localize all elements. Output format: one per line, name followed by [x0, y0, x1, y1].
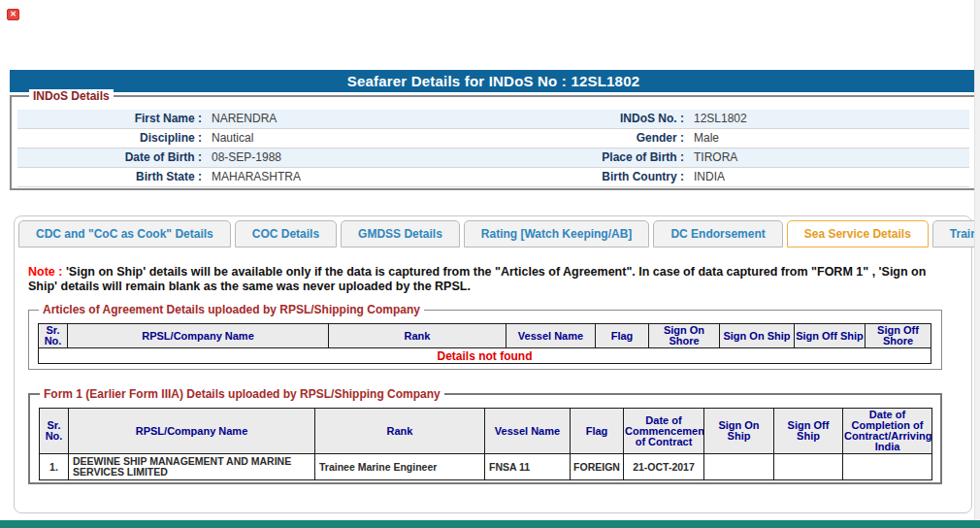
indos-details-fieldset: INDoS Details First Name : NARENDRA INDo… — [10, 95, 977, 190]
first-name-label: First Name : — [17, 110, 202, 128]
col-flag: Flag — [596, 324, 649, 348]
place-of-birth-label: Place of Birth : — [495, 148, 684, 167]
articles-of-agreement-table: Sr. No. RPSL/Company Name Rank Vessel Na… — [38, 323, 931, 364]
tab-gmdss-details[interactable]: GMDSS Details — [341, 220, 460, 248]
tab-sea-service-details[interactable]: Sea Service Details — [787, 220, 929, 248]
tab-training-details[interactable]: Training Details — [932, 220, 980, 248]
cell-sr-no: 1. — [40, 454, 69, 480]
empty-row: Details not found — [39, 348, 931, 364]
table-header-row: Sr. No. RPSL/Company Name Rank Vessel Na… — [39, 324, 931, 348]
articles-of-agreement-fieldset: Articles of Agreement Details uploaded b… — [28, 310, 942, 370]
form1-details-table: Sr. No. RPSL/Company Name Rank Vessel Na… — [39, 408, 932, 480]
tab-dc-endorsement[interactable]: DC Endorsement — [653, 220, 782, 248]
col-sr-no: Sr. No. — [39, 324, 68, 348]
vertical-scrollbar[interactable] — [974, 0, 980, 520]
col-sr-no: Sr. No. — [40, 409, 69, 454]
col-date-of-completion: Date of Completion of Contract/Arriving … — [843, 409, 932, 454]
page-title: Seafarer Details for INDoS No : 12SL1802 — [10, 70, 977, 92]
table-header-row: Sr. No. RPSL/Company Name Rank Vessel Na… — [40, 409, 932, 454]
date-of-birth-label: Date of Birth : — [17, 148, 202, 167]
discipline-label: Discipline : — [17, 129, 202, 148]
col-rpsl-company-name: RPSL/Company Name — [69, 409, 315, 454]
birth-state-value: MAHARASHTRA — [202, 168, 493, 186]
form1-details-legend: Form 1 (Earlier Form IIIA) Details uploa… — [40, 387, 444, 401]
form1-details-fieldset: Form 1 (Earlier Form IIIA) Details uploa… — [28, 393, 942, 484]
articles-of-agreement-legend: Articles of Agreement Details uploaded b… — [39, 303, 424, 316]
col-sign-on-ship: Sign On Ship — [704, 409, 774, 454]
col-date-of-commencement: Date of Commencement of Contract — [624, 409, 704, 454]
col-vessel-name: Vessel Name — [506, 324, 596, 348]
tab-coc-details[interactable]: COC Details — [235, 220, 337, 248]
birth-country-label: Birth Country : — [495, 168, 684, 186]
gender-value: Male — [684, 129, 719, 148]
indos-no-label: INDoS No. : — [495, 110, 684, 128]
broken-image-icon: ✕ — [7, 9, 19, 20]
sign-on-ship-note: Note : 'Sign on Ship' details will be av… — [28, 265, 958, 294]
tab-content-panel: CDC and "CoC as Cook" Details COC Detail… — [14, 215, 972, 513]
date-of-birth-value: 08-SEP-1988 — [202, 148, 493, 167]
col-rpsl-company-name: RPSL/Company Name — [68, 324, 329, 348]
place-of-birth-value: TIRORA — [684, 148, 737, 167]
indos-row-discipline: Discipline : Nautical Gender : Male — [17, 129, 969, 148]
first-name-value: NARENDRA — [202, 110, 493, 128]
cell-vessel-name: FNSA 11 — [485, 454, 571, 480]
note-prefix: Note : — [28, 265, 66, 279]
col-rank: Rank — [315, 409, 485, 454]
table-row: 1. DEEWINE SHIP MANAGEMENT AND MARINE SE… — [40, 454, 932, 480]
details-not-found-message: Details not found — [39, 348, 931, 364]
cell-date-of-completion — [843, 454, 932, 480]
col-sign-on-shore: Sign On Shore — [649, 324, 720, 348]
col-sign-on-ship: Sign On Ship — [720, 324, 795, 348]
col-sign-off-shore: Sign Off Shore — [866, 324, 931, 348]
note-text: 'Sign on Ship' details will be available… — [28, 265, 926, 293]
cell-company: DEEWINE SHIP MANAGEMENT AND MARINE SERVI… — [69, 454, 315, 480]
cell-flag: FOREIGN — [571, 454, 624, 480]
cell-sign-on-ship — [704, 454, 774, 480]
indos-details-legend: INDoS Details — [29, 89, 114, 103]
tab-bar: CDC and "CoC as Cook" Details COC Detail… — [18, 220, 980, 248]
birth-country-value: INDIA — [684, 168, 725, 186]
col-sign-off-ship: Sign Off Ship — [774, 409, 843, 454]
col-flag: Flag — [571, 409, 624, 454]
cell-sign-off-ship — [774, 454, 843, 480]
discipline-value: Nautical — [202, 129, 493, 148]
birth-state-label: Birth State : — [17, 168, 202, 186]
indos-details-rows: First Name : NARENDRA INDoS No. : 12SL18… — [17, 110, 969, 187]
col-rank: Rank — [329, 324, 506, 348]
col-vessel-name: Vessel Name — [485, 409, 571, 454]
bottom-teal-bar — [0, 520, 980, 528]
indos-row-birth: Date of Birth : 08-SEP-1988 Place of Bir… — [17, 148, 969, 168]
gender-label: Gender : — [495, 129, 684, 148]
tab-cdc-coc-as-cook-details[interactable]: CDC and "CoC as Cook" Details — [18, 220, 231, 248]
indos-row-state: Birth State : MAHARASHTRA Birth Country … — [17, 168, 969, 187]
tab-rating-watch-keeping-ab[interactable]: Rating [Watch Keeping/AB] — [464, 220, 650, 248]
col-sign-off-ship: Sign Off Ship — [795, 324, 866, 348]
indos-no-value: 12SL1802 — [684, 110, 747, 128]
cell-rank: Trainee Marine Engineer — [315, 454, 485, 480]
indos-row-name: First Name : NARENDRA INDoS No. : 12SL18… — [17, 110, 969, 129]
cell-date-of-commencement: 21-OCT-2017 — [624, 454, 704, 480]
